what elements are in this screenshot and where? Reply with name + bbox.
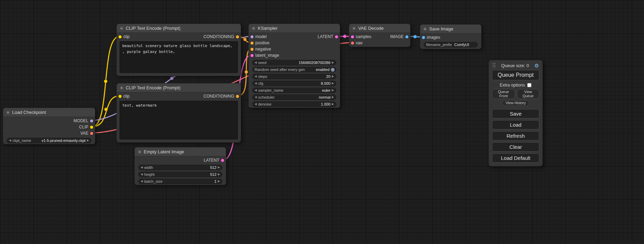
input-label-latent-image: latent_image (255, 53, 279, 58)
collapse-dot-icon[interactable] (423, 27, 427, 31)
node-save-image[interactable]: Save Image images filename_prefix ComfyU… (420, 24, 482, 49)
load-button[interactable]: Load (492, 120, 539, 129)
node-title-bar[interactable]: CLIP Text Encode (Prompt) (117, 83, 241, 92)
negative-prompt-textarea[interactable]: text, watermark (120, 101, 238, 139)
collapse-dot-icon[interactable] (138, 150, 141, 154)
cfg-widget[interactable]: ◀ cfg 8.000 ▶ (252, 81, 336, 86)
next-value-arrow-icon[interactable]: ▶ (87, 139, 89, 142)
collapse-dot-icon[interactable] (6, 111, 10, 114)
decrement-arrow-icon[interactable]: ◀ (141, 173, 143, 176)
steps-widget[interactable]: ◀ steps 20 ▶ (252, 74, 336, 79)
collapse-dot-icon[interactable] (252, 27, 255, 30)
conditioning-output-port[interactable] (236, 95, 239, 98)
prev-value-arrow-icon[interactable]: ◀ (255, 96, 257, 99)
collapse-dot-icon[interactable] (120, 86, 123, 90)
decrement-arrow-icon[interactable]: ◀ (255, 82, 257, 85)
decrement-arrow-icon[interactable]: ◀ (141, 180, 143, 183)
ckpt-name-widget[interactable]: ◀ ckpt_name v1-5-pruned-emaonly.ckpt ▶ (7, 138, 91, 143)
samples-input-port[interactable] (351, 35, 354, 38)
negative-input-port[interactable] (250, 48, 254, 51)
scheduler-widget[interactable]: ◀ scheduler normal ▶ (252, 94, 336, 100)
node-clip-text-encode-positive[interactable]: CLIP Text Encode (Prompt) clip CONDITION… (116, 24, 241, 76)
positive-prompt-textarea[interactable]: beautiful scenery nature glass bottle la… (120, 41, 238, 73)
collapse-dot-icon[interactable] (352, 27, 356, 30)
widget-label: cfg (258, 81, 263, 85)
clip-input-port[interactable] (118, 35, 122, 38)
conditioning-output-port[interactable] (236, 35, 239, 38)
widget-value: 8.000 (321, 81, 330, 85)
port-row: negative (249, 46, 340, 52)
random-seed-toggle-widget[interactable]: Random seed after every gen enabled (252, 67, 336, 72)
denoise-widget[interactable]: ◀ denoise 1.000 ▶ (252, 101, 336, 107)
increment-arrow-icon[interactable]: ▶ (218, 173, 220, 176)
queue-front-button[interactable]: Queue Front (492, 89, 515, 99)
load-default-button[interactable]: Load Default (492, 153, 539, 163)
node-clip-text-encode-negative[interactable]: CLIP Text Encode (Prompt) clip CONDITION… (116, 83, 241, 143)
increment-arrow-icon[interactable]: ▶ (218, 166, 220, 169)
prev-value-arrow-icon[interactable]: ◀ (255, 89, 257, 92)
collapse-dot-icon[interactable] (120, 27, 123, 30)
latent-output-port[interactable] (221, 159, 224, 162)
node-title-bar[interactable]: Save Image (420, 25, 481, 34)
increment-arrow-icon[interactable]: ▶ (332, 61, 334, 64)
sampler-name-widget[interactable]: ◀ sampler_name euler ▶ (252, 88, 336, 93)
next-value-arrow-icon[interactable]: ▶ (332, 96, 334, 99)
node-title-bar[interactable]: Load Checkpoint (3, 108, 95, 117)
widget-label: steps (258, 74, 267, 79)
view-queue-button[interactable]: View Queue (517, 89, 539, 99)
clip-output-port[interactable] (90, 126, 93, 129)
height-widget[interactable]: ◀ height 512 ▶ (138, 172, 222, 177)
widget-label: batch_size (144, 179, 162, 183)
image-output-port[interactable] (405, 35, 408, 38)
input-label-clip: clip (123, 94, 130, 99)
decrement-arrow-icon[interactable]: ◀ (255, 75, 257, 78)
node-load-checkpoint[interactable]: Load Checkpoint MODEL CLIP VAE ◀ ckpt_na… (3, 108, 95, 144)
model-output-port[interactable] (90, 119, 93, 123)
increment-arrow-icon[interactable]: ▶ (218, 180, 220, 183)
node-empty-latent-image[interactable]: Empty Latent Image LATENT ◀ width 512 ▶ … (134, 147, 226, 185)
node-vae-decode[interactable]: VAE Decode samples IMAGE vae (349, 24, 411, 47)
increment-arrow-icon[interactable]: ▶ (332, 103, 334, 106)
widget-value: 156680208700286 (299, 61, 330, 65)
widget-value: ComfyUI (454, 43, 469, 47)
clear-button[interactable]: Clear (492, 142, 539, 152)
widget-label: filename_prefix (426, 43, 452, 47)
vae-output-port[interactable] (90, 132, 93, 135)
port-row: positive (249, 40, 340, 46)
view-history-button[interactable]: View History (502, 100, 529, 106)
prev-value-arrow-icon[interactable]: ◀ (9, 139, 11, 142)
refresh-button[interactable]: Refresh (492, 131, 539, 141)
decrement-arrow-icon[interactable]: ◀ (141, 166, 143, 169)
queue-prompt-button[interactable]: Queue Prompt (492, 70, 539, 80)
node-graph-canvas[interactable]: Load Checkpoint MODEL CLIP VAE ◀ ckpt_na… (0, 0, 644, 244)
increment-arrow-icon[interactable]: ▶ (332, 75, 334, 78)
input-label-images: images (427, 35, 440, 40)
clip-input-port[interactable] (118, 95, 122, 98)
batch-size-widget[interactable]: ◀ batch_size 1 ▶ (138, 179, 222, 184)
comfy-menu-panel[interactable]: Queue size: 0 ⚙ Queue Prompt Extra optio… (488, 60, 543, 166)
filename-prefix-widget[interactable]: filename_prefix ComfyUI (424, 42, 478, 47)
node-ksampler[interactable]: KSampler model LATENT positive negative … (248, 24, 340, 108)
node-title-bar[interactable]: VAE Decode (349, 24, 410, 33)
node-title-bar[interactable]: CLIP Text Encode (Prompt) (117, 24, 241, 33)
latent-image-input-port[interactable] (250, 54, 254, 57)
positive-input-port[interactable] (250, 42, 254, 45)
decrement-arrow-icon[interactable]: ◀ (255, 103, 257, 106)
decrement-arrow-icon[interactable]: ◀ (255, 61, 257, 64)
settings-gear-icon[interactable]: ⚙ (535, 63, 539, 68)
vae-input-port[interactable] (351, 42, 354, 45)
extra-options-checkbox[interactable] (527, 83, 531, 87)
model-input-port[interactable] (250, 35, 254, 38)
width-widget[interactable]: ◀ width 512 ▶ (138, 165, 222, 170)
node-title-bar[interactable]: KSampler (249, 24, 340, 33)
next-value-arrow-icon[interactable]: ▶ (332, 89, 334, 92)
drag-handle-icon[interactable] (492, 63, 496, 68)
latent-output-port[interactable] (335, 35, 338, 38)
node-title: Load Checkpoint (12, 110, 46, 115)
save-button[interactable]: Save (492, 109, 539, 118)
images-input-port[interactable] (422, 36, 425, 39)
node-title-bar[interactable]: Empty Latent Image (135, 147, 226, 156)
toggle-knob-icon[interactable] (331, 68, 335, 72)
seed-widget[interactable]: ◀ seed 156680208700286 ▶ (252, 60, 336, 65)
increment-arrow-icon[interactable]: ▶ (332, 82, 334, 85)
